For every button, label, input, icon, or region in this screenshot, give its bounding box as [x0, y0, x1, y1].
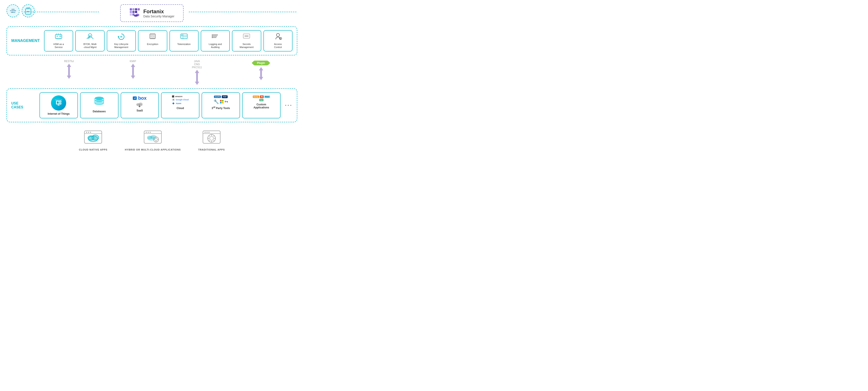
- mgmt-card-hsm: HSM as aService: [44, 30, 73, 52]
- iot-label: Internet of Things: [48, 112, 70, 115]
- management-label: MANAGEMENT: [11, 38, 40, 43]
- header: FIPS VALIDATED 140-2 Intel® SGX: [6, 4, 297, 22]
- svg-point-86: [88, 132, 89, 133]
- svg-point-78: [173, 99, 174, 100]
- svg-point-71: [95, 102, 103, 105]
- app-type-hybrid: HYBRID OR MULTI-CLOUD APPLICATIONS: [125, 130, 181, 151]
- svg-text:SGX: SGX: [27, 11, 30, 12]
- svg-line-122: [209, 140, 210, 141]
- usecases-label: USECASES: [11, 102, 35, 109]
- bottom-apps-section: CLOUD NATIVE APPS: [6, 128, 297, 155]
- kmip-arrow: [130, 64, 136, 79]
- svg-marker-55: [131, 64, 135, 67]
- kmip-label: KMIP: [130, 60, 136, 63]
- svg-point-43: [212, 37, 213, 38]
- hsm-icon: [54, 33, 63, 41]
- mgmt-card-tok: Tokenization: [169, 30, 198, 52]
- svg-text:0101: 0101: [151, 34, 155, 36]
- iot-icon: [51, 95, 66, 111]
- svg-line-119: [209, 136, 210, 136]
- svg-marker-60: [195, 82, 199, 85]
- connector-line: [24, 11, 100, 13]
- plugin-arrow-col: Plugin: [229, 60, 293, 80]
- java-label: JAVA CNG PKCS11: [192, 60, 202, 69]
- sec-icon: [242, 33, 251, 41]
- svg-marker-54: [67, 76, 71, 79]
- tok-icon: [180, 33, 188, 41]
- svg-point-96: [146, 132, 147, 133]
- custom-icon: MySQL N React Vue: [253, 95, 270, 101]
- plugin-badge-wrapper: Plugin: [254, 61, 268, 65]
- cloud-native-label: CLOUD NATIVE APPS: [79, 148, 107, 151]
- svg-point-98: [150, 132, 151, 133]
- svg-marker-52: [67, 64, 71, 67]
- klm-icon: [117, 33, 126, 41]
- traditional-label: TRADITIONAL APPS: [198, 148, 225, 151]
- svg-point-111: [206, 132, 208, 133]
- byok-icon: [86, 33, 94, 41]
- fortanix-title-area: Fortanix Data Security Manager: [143, 8, 174, 18]
- svg-rect-56: [132, 67, 134, 76]
- db-label: Databases: [93, 110, 106, 113]
- svg-point-24: [88, 37, 89, 39]
- svg-rect-8: [130, 11, 132, 13]
- fips-badge: FIPS VALIDATED 140-2: [6, 4, 20, 18]
- svg-rect-17: [56, 36, 58, 37]
- usecases-cards-row: Internet of Things Databases: [39, 92, 281, 118]
- svg-marker-58: [195, 70, 199, 73]
- usecase-card-cloud: ⬛ amazon Google Cloud: [161, 92, 199, 118]
- mgmt-card-log: Logging andAuditing: [201, 30, 230, 52]
- svg-text:1010: 1010: [151, 37, 155, 39]
- product-name: Data Security Manager: [143, 15, 174, 18]
- mgmt-card-acc: AccessControl: [264, 30, 292, 52]
- svg-point-41: [212, 34, 213, 35]
- svg-rect-10: [135, 11, 137, 13]
- sec-label: SecretsManagement: [240, 43, 253, 49]
- mgmt-card-enc: 0101 0110 1010 Encryption: [138, 30, 167, 52]
- page: FIPS VALIDATED 140-2 Intel® SGX: [0, 0, 304, 160]
- usecase-card-db: Databases: [80, 92, 119, 118]
- cloud-native-icon: [83, 130, 103, 146]
- svg-rect-81: [220, 102, 222, 103]
- svg-point-112: [208, 132, 209, 133]
- brand-name: Fortanix: [143, 8, 174, 15]
- svg-point-26: [121, 36, 122, 37]
- java-arrow: [194, 70, 200, 85]
- management-cards-row: HSM as aService BYOK, Multi-cloud Mgmt: [44, 30, 292, 52]
- saas-label: SaaS: [136, 109, 143, 112]
- kmip-arrow-col: KMIP: [101, 60, 165, 79]
- tok-label: Tokenization: [177, 43, 190, 46]
- svg-point-48: [276, 33, 279, 36]
- svg-line-51: [281, 39, 281, 39]
- svg-marker-63: [259, 77, 263, 80]
- svg-point-97: [148, 132, 149, 133]
- arrows-section: RESTful KMIP JAVA CNG PKCS11: [6, 60, 297, 85]
- mgmt-card-klm: Key LifecycleManagement: [107, 30, 136, 52]
- usecase-card-saas: sf box SaaS: [121, 92, 159, 118]
- svg-point-74: [139, 103, 143, 106]
- svg-point-110: [205, 132, 206, 133]
- badges-area: FIPS VALIDATED 140-2 Intel® SGX: [6, 4, 35, 18]
- svg-rect-4: [130, 8, 132, 10]
- db-icon: [93, 95, 105, 108]
- intel-sgx-icon: SGX: [25, 8, 31, 15]
- svg-rect-62: [260, 71, 262, 77]
- mgmt-card-sec: SecretsManagement: [232, 30, 261, 52]
- app-type-traditional: TRADITIONAL APPS: [198, 130, 225, 151]
- java-arrow-col: JAVA CNG PKCS11: [165, 60, 229, 85]
- svg-text:0110: 0110: [151, 36, 155, 37]
- svg-rect-11: [130, 13, 132, 16]
- svg-rect-65: [57, 102, 59, 104]
- svg-point-18: [60, 36, 61, 37]
- svg-rect-9: [132, 11, 134, 13]
- svg-marker-76: [138, 106, 141, 107]
- svg-point-114: [210, 136, 214, 140]
- fortanix-logo: [129, 8, 140, 19]
- right-connector-line: [189, 11, 297, 13]
- hsm-label: HSM as aService: [53, 43, 64, 49]
- restful-arrow-col: RESTful: [37, 60, 101, 79]
- svg-rect-80: [222, 100, 223, 102]
- svg-point-103: [155, 138, 157, 141]
- svg-rect-59: [196, 73, 198, 82]
- svg-rect-5: [132, 8, 134, 10]
